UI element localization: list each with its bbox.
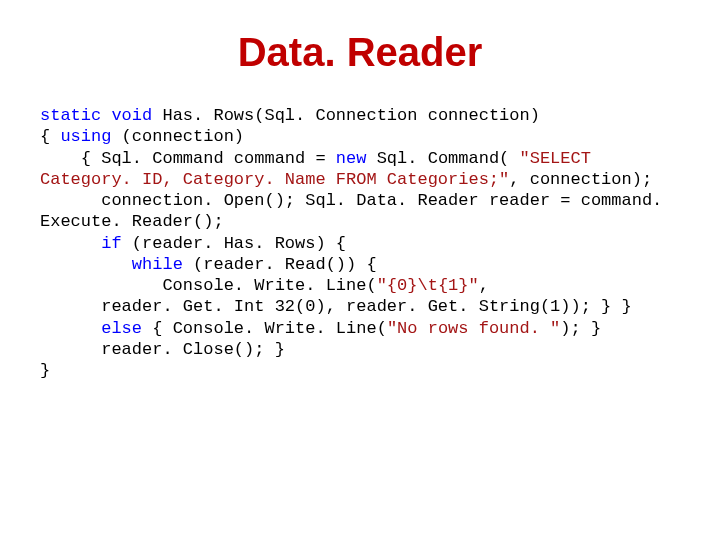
line11: reader. Close(); } xyxy=(40,340,285,359)
line3a: { Sql. Command command = xyxy=(40,149,336,168)
line8b: , xyxy=(479,276,489,295)
line2a: { xyxy=(40,127,60,146)
keyword-static: static xyxy=(40,106,101,125)
page-title: Data. Reader xyxy=(40,30,680,75)
line7b: (reader. Read()) { xyxy=(183,255,377,274)
line10b: { Console. Write. Line( xyxy=(142,319,387,338)
keyword-new: new xyxy=(336,149,367,168)
keyword-void: void xyxy=(111,106,152,125)
line12: } xyxy=(40,361,50,380)
line6b: (reader. Has. Rows) { xyxy=(122,234,346,253)
line10c: ); } xyxy=(560,319,601,338)
line2b: (connection) xyxy=(111,127,244,146)
line3c: , connection); xyxy=(509,170,652,189)
line7a xyxy=(40,255,132,274)
keyword-using: using xyxy=(60,127,111,146)
keyword-if: if xyxy=(101,234,121,253)
code-block: static void Has. Rows(Sql. Connection co… xyxy=(40,105,680,381)
slide: Data. Reader static void Has. Rows(Sql. … xyxy=(0,0,720,540)
string-norows: "No rows found. " xyxy=(387,319,560,338)
keyword-else: else xyxy=(101,319,142,338)
line3b: Sql. Command( xyxy=(366,149,519,168)
fn-name: Has. Rows(Sql. Connection connection) xyxy=(152,106,540,125)
line8a: Console. Write. Line( xyxy=(40,276,377,295)
keyword-while: while xyxy=(132,255,183,274)
line9: reader. Get. Int 32(0), reader. Get. Str… xyxy=(40,297,632,316)
line6a xyxy=(40,234,101,253)
line5: connection. Open(); Sql. Data. Reader re… xyxy=(40,191,673,231)
line10a xyxy=(40,319,101,338)
string-format: "{0}\t{1}" xyxy=(377,276,479,295)
